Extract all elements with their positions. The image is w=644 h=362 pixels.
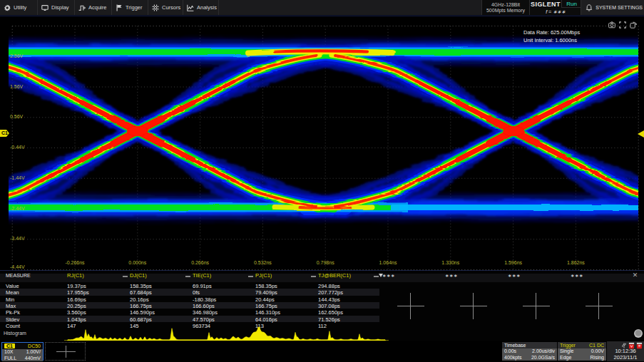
camera-icon (608, 21, 615, 29)
x-axis-label: 1.064ns (372, 260, 404, 266)
channel1-header: C1 DC50 (2, 343, 43, 349)
clock-date: 2023/11/1 (607, 354, 644, 361)
acquire-icon (78, 4, 86, 11)
timebase-box[interactable]: Timebase 0.00s 2.00us/div 400kpts 20.0GS… (502, 342, 557, 361)
menu-item-utility[interactable]: Utility (0, 0, 38, 15)
x-axis-label: 0.798ns (310, 260, 341, 266)
data-rate-readout: Data Rate: 625.00Mbps (523, 29, 580, 37)
timebase-delay: 0.00s (504, 348, 516, 353)
x-axis-label: 0.000ns (122, 260, 153, 266)
run-status-badge[interactable]: Run (561, 0, 581, 8)
oscilloscope-screen: UtilityDisplayAcquireTriggerCursorsAnaly… (0, 0, 644, 362)
x-axis-label: 1.596ns (498, 260, 529, 266)
status-icons (607, 341, 644, 348)
waveform-display: 2.56V1.56V0.56V-0.44V-1.44V-2.44V-3.44V-… (0, 16, 644, 270)
graticule-and-trace (0, 16, 644, 271)
brand-logo: SIGLENT (530, 0, 561, 8)
timebase-row2: 400kpts 20.0GSa/s (502, 354, 557, 361)
frequency-counter: f = ∗∗∗ (530, 8, 581, 16)
y-axis-label: -4.44V (10, 264, 25, 270)
touch-gesture-button[interactable] (634, 329, 643, 338)
menu-item-display[interactable]: Display (38, 0, 75, 15)
menu-item-acquire[interactable]: Acquire (75, 0, 112, 15)
x-axis-label: 1.862ns (560, 260, 591, 266)
system-settings-button[interactable]: SYSTEM SETTINGS (581, 0, 644, 15)
tie-histogram (0, 271, 644, 341)
timebase-scale: 2.00us/div (532, 348, 555, 353)
histogram-label: Histogram (4, 331, 26, 336)
trigger-type: Edge (560, 355, 571, 360)
clock-box: 10:12:36 2023/11/1 (607, 341, 644, 361)
channel1-scale: 1.00V/ (26, 349, 41, 354)
fullscreen-icon (619, 21, 626, 29)
timebase-title: Timebase (504, 343, 526, 348)
eye-diagram-trace (0, 36, 644, 224)
trigger-row2: Edge Rising (558, 354, 606, 361)
channel1-info-box[interactable]: C1 DC50 10X 1.00V/ FULL 440mV (1, 342, 44, 361)
timebase-header: Timebase (502, 342, 557, 348)
display-toolbar (608, 19, 637, 31)
channel1-probe-row: 10X 1.00V/ (2, 349, 43, 356)
cursors-icon (152, 4, 159, 11)
menu-item-trigger[interactable]: Trigger (112, 0, 148, 15)
menu-item-analysis[interactable]: Analysis (183, 0, 219, 15)
menu-right: 4GHz-128Bit 500Mpts Memory SIGLENT Run f… (481, 0, 644, 15)
screenshot-button[interactable] (608, 19, 615, 31)
trigger-flag-icon (116, 4, 123, 11)
system-settings-label: SYSTEM SETTINGS (596, 5, 643, 10)
timebase-sample-rate: 20.0GSa/s (531, 355, 555, 360)
channel1-chip: C1 (4, 343, 15, 348)
brand-block: SIGLENT Run f = ∗∗∗ (529, 0, 581, 15)
menu-item-label: Analysis (197, 4, 217, 11)
timebase-row1: 0.00s 2.00us/div (502, 348, 557, 355)
fullscreen-button[interactable] (619, 19, 626, 31)
y-axis-label: 0.56V (10, 114, 23, 120)
y-axis-label: -3.44V (10, 236, 25, 242)
model-bandwidth: 4GHz-128Bit (482, 2, 529, 8)
trigger-row1: Single 0.00V (558, 348, 606, 355)
menu-item-label: Cursors (162, 4, 180, 11)
trigger-coupling: DC (597, 343, 604, 348)
trigger-header: Trigger C1 DC (558, 342, 606, 348)
model-memory: 500Mpts Memory (482, 8, 529, 14)
trigger-source-channel: C1 (589, 343, 596, 348)
top-menu-bar: UtilityDisplayAcquireTriggerCursorsAnaly… (0, 0, 644, 16)
channel1-offset: 440mV (25, 356, 41, 361)
bell-icon (586, 4, 593, 11)
rotate-display-icon (630, 21, 637, 29)
y-axis-label: -0.44V (10, 145, 25, 150)
menu-item-label: Utility (14, 4, 26, 11)
model-info: 4GHz-128Bit 500Mpts Memory (481, 0, 529, 15)
menu-item-label: Trigger (126, 4, 142, 11)
x-axis-label: 0.266ns (185, 260, 216, 266)
status-bar: C1 DC50 10X 1.00V/ FULL 440mV Timebase 0… (0, 341, 644, 362)
rotate-display-button[interactable] (630, 19, 637, 31)
add-channel-slot[interactable] (45, 342, 86, 361)
gear-icon (4, 4, 11, 11)
y-axis-label: -2.44V (10, 206, 25, 212)
measure-panel: MEASURE RJ(C1)DJ(C1)TIE(C1)PJ(C1)TJ@BER(… (0, 270, 644, 341)
unit-interval-readout: Unit Interval: 1.6000ns (523, 37, 580, 45)
analysis-icon (187, 4, 194, 11)
channel1-bandwidth: FULL (4, 356, 16, 361)
channel1-bw-row: FULL 440mV (2, 355, 43, 361)
menu-item-cursors[interactable]: Cursors (148, 0, 183, 15)
y-axis-label: 2.56V (10, 53, 23, 59)
device-error-icon (636, 342, 643, 349)
serial-data-info: Data Rate: 625.00Mbps Unit Interval: 1.6… (523, 29, 580, 44)
channel1-probe: 10X (4, 349, 13, 354)
trigger-box[interactable]: Trigger C1 DC Single 0.00V Edge Rising (558, 342, 606, 361)
trigger-mode: Single (560, 348, 573, 353)
trigger-level: 0.00V (591, 348, 604, 353)
trigger-title: Trigger (560, 343, 576, 348)
menu-items: UtilityDisplayAcquireTriggerCursorsAnaly… (0, 0, 219, 15)
channel1-coupling: DC50 (28, 343, 41, 348)
trigger-slope: Rising (591, 355, 604, 360)
timebase-points: 400kpts (504, 355, 522, 360)
menu-item-label: Acquire (88, 4, 106, 11)
trigger-source: C1 DC (589, 343, 604, 348)
x-axis-label: 0.532ns (247, 260, 278, 266)
y-axis-label: 1.56V (10, 84, 23, 90)
y-axis-label: -1.44V (10, 175, 25, 181)
display-icon (41, 4, 48, 11)
